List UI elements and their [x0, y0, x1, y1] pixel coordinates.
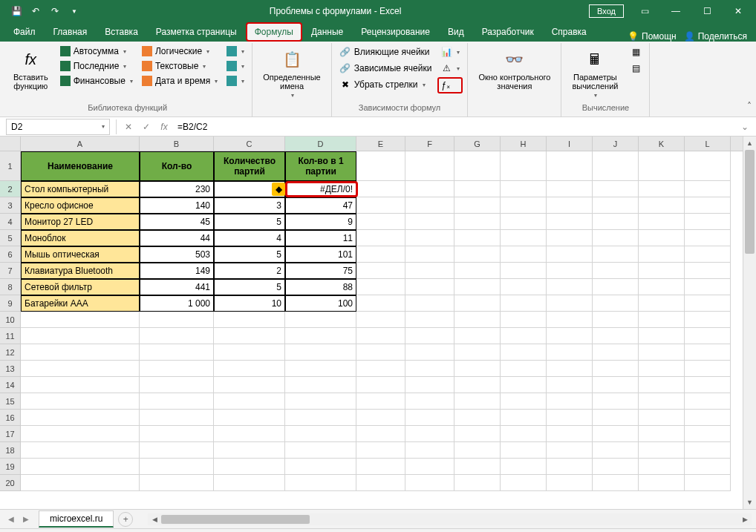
cell[interactable] [356, 181, 405, 197]
cell[interactable] [685, 295, 731, 312]
cell[interactable] [356, 475, 405, 491]
cell[interactable] [685, 344, 731, 361]
column-header-G[interactable]: G [454, 137, 501, 151]
cell[interactable] [356, 151, 405, 181]
tab-view[interactable]: Вид [439, 22, 473, 42]
cell[interactable] [214, 344, 285, 361]
cell[interactable] [639, 230, 685, 246]
cell[interactable] [685, 181, 731, 197]
cell[interactable] [405, 361, 454, 377]
cell[interactable] [21, 377, 140, 393]
cell[interactable] [356, 279, 405, 295]
cell[interactable] [685, 151, 731, 181]
cell[interactable] [454, 312, 501, 328]
cell[interactable] [140, 328, 214, 344]
cell[interactable] [405, 442, 454, 459]
cell[interactable] [454, 442, 501, 459]
cells-area[interactable]: НаименованиеКол-воКоличество партийКол-в… [21, 151, 743, 491]
column-header-D[interactable]: D [285, 137, 356, 151]
cell[interactable] [685, 230, 731, 246]
data-cell[interactable]: 100 [285, 295, 356, 312]
cell[interactable] [685, 197, 731, 214]
row-header-16[interactable]: 16 [0, 410, 21, 426]
cell[interactable] [405, 214, 454, 230]
cell[interactable] [285, 410, 356, 426]
cell[interactable] [639, 426, 685, 442]
share-button[interactable]: 👤Поделиться [684, 31, 747, 42]
sheet-nav-prev-icon[interactable]: ◀ [4, 513, 18, 526]
cell[interactable] [454, 230, 501, 246]
error-indicator-icon[interactable]: ◆ [272, 183, 285, 196]
cell[interactable] [405, 181, 454, 197]
cell[interactable] [593, 410, 639, 426]
data-cell[interactable]: Клавиатура Bluetooth [21, 263, 140, 279]
cell[interactable] [593, 246, 639, 263]
row-header-2[interactable]: 2 [0, 181, 21, 197]
column-header-I[interactable]: I [547, 137, 593, 151]
data-cell[interactable]: 140 [140, 197, 214, 214]
cell[interactable] [214, 393, 285, 410]
cell[interactable] [639, 279, 685, 295]
cell[interactable] [140, 442, 214, 459]
cell[interactable] [356, 295, 405, 312]
cell[interactable] [593, 344, 639, 361]
cell[interactable] [21, 442, 140, 459]
cell[interactable] [454, 361, 501, 377]
cell[interactable] [501, 361, 547, 377]
column-header-H[interactable]: H [501, 137, 547, 151]
cell[interactable] [501, 410, 547, 426]
table-header-cell[interactable]: Кол-во в 1 партии [285, 151, 356, 181]
cell[interactable] [547, 197, 593, 214]
cell[interactable] [685, 377, 731, 393]
tab-home[interactable]: Главная [45, 22, 97, 42]
cell[interactable] [454, 475, 501, 491]
data-cell[interactable]: 10 [214, 295, 285, 312]
fx-formula-icon[interactable]: fx [155, 119, 173, 135]
cell[interactable] [639, 197, 685, 214]
hscroll-thumb[interactable] [161, 515, 310, 524]
data-cell[interactable]: 88 [285, 279, 356, 295]
autosum-button[interactable]: Автосумма▾ [57, 45, 136, 58]
cell[interactable] [405, 459, 454, 475]
ribbon-display-icon[interactable]: ▭ [630, 1, 659, 22]
cell[interactable] [547, 246, 593, 263]
cell[interactable] [501, 246, 547, 263]
minimize-icon[interactable]: — [661, 1, 691, 22]
cell[interactable] [454, 214, 501, 230]
cell[interactable] [405, 312, 454, 328]
data-cell[interactable]: 11 [285, 230, 356, 246]
cell[interactable] [547, 295, 593, 312]
name-box[interactable]: D2 ▾ [6, 119, 110, 135]
cell[interactable] [593, 151, 639, 181]
save-icon[interactable]: 💾 [9, 4, 24, 19]
cell[interactable] [685, 246, 731, 263]
cell[interactable] [593, 230, 639, 246]
cell[interactable] [685, 475, 731, 491]
tab-developer[interactable]: Разработчик [473, 22, 543, 42]
cell[interactable] [501, 263, 547, 279]
row-header-19[interactable]: 19 [0, 459, 21, 475]
cell[interactable] [593, 361, 639, 377]
cell[interactable] [140, 377, 214, 393]
data-cell[interactable]: 149 [140, 263, 214, 279]
data-cell[interactable]: 9 [285, 214, 356, 230]
cell[interactable] [285, 426, 356, 442]
cell[interactable] [356, 246, 405, 263]
cell[interactable] [593, 214, 639, 230]
data-cell[interactable]: 47 [285, 197, 356, 214]
tab-help[interactable]: Справка [543, 22, 596, 42]
row-header-11[interactable]: 11 [0, 328, 21, 344]
cell[interactable] [547, 328, 593, 344]
cell[interactable] [593, 197, 639, 214]
data-cell[interactable]: 2 [214, 263, 285, 279]
cell[interactable] [285, 442, 356, 459]
cell[interactable] [547, 214, 593, 230]
column-header-K[interactable]: K [639, 137, 685, 151]
cancel-formula-icon[interactable]: ✕ [120, 119, 137, 135]
show-formulas-button[interactable]: 📊▾ [437, 45, 463, 59]
cell[interactable] [639, 295, 685, 312]
data-cell[interactable]: 5 [214, 246, 285, 263]
cell[interactable] [405, 151, 454, 181]
cell[interactable] [639, 344, 685, 361]
cell[interactable] [285, 459, 356, 475]
